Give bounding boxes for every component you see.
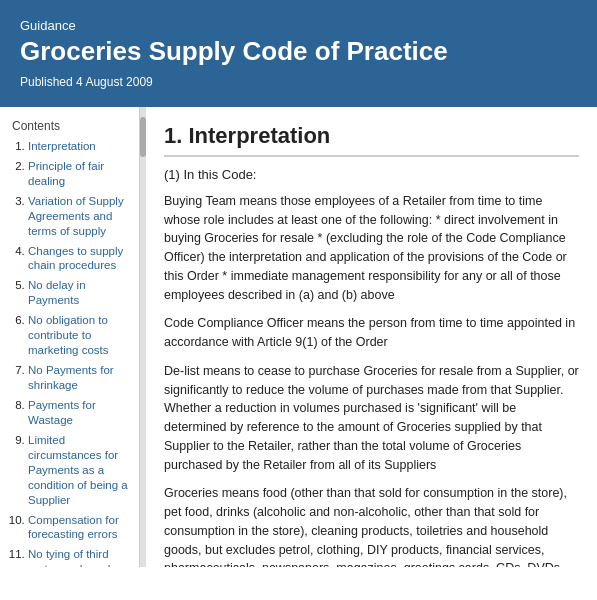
sidebar-item-link[interactable]: No tying of third party goods and servic… <box>28 548 110 567</box>
main-paragraphs: Buying Team means those employees of a R… <box>164 192 579 567</box>
section-paragraph: Code Compliance Officer means the person… <box>164 314 579 352</box>
sidebar-item-link[interactable]: Variation of Supply Agreements and terms… <box>28 195 124 237</box>
sidebar-item-link[interactable]: Changes to supply chain procedures <box>28 245 123 272</box>
sidebar-item[interactable]: Limited circumstances for Payments as a … <box>28 433 129 508</box>
section-paragraph: De-list means to cease to purchase Groce… <box>164 362 579 475</box>
body-layout: Contents InterpretationPrinciple of fair… <box>0 107 597 567</box>
sidebar-item[interactable]: Changes to supply chain procedures <box>28 244 129 274</box>
contents-label: Contents <box>12 119 129 133</box>
published-date: Published 4 August 2009 <box>20 75 577 89</box>
sidebar-item[interactable]: Compensation for forecasting errors <box>28 513 129 543</box>
sidebar-item-link[interactable]: No obligation to contribute to marketing… <box>28 314 109 356</box>
section-paragraph: Buying Team means those employees of a R… <box>164 192 579 305</box>
sidebar-item-link[interactable]: Limited circumstances for Payments as a … <box>28 434 128 506</box>
sidebar-item-link[interactable]: Payments for Wastage <box>28 399 96 426</box>
page-header: Guidance Groceries Supply Code of Practi… <box>0 0 597 107</box>
sidebar-item[interactable]: No obligation to contribute to marketing… <box>28 313 129 358</box>
sidebar-item-link[interactable]: Compensation for forecasting errors <box>28 514 119 541</box>
section-title: 1. Interpretation <box>164 123 579 157</box>
sidebar-nav: InterpretationPrinciple of fair dealingV… <box>12 139 129 567</box>
sidebar-item[interactable]: Principle of fair dealing <box>28 159 129 189</box>
section-intro: (1) In this Code: <box>164 167 579 182</box>
main-content: 1. Interpretation (1) In this Code: Buyi… <box>146 107 597 567</box>
section-heading: Interpretation <box>188 123 330 148</box>
sidebar-item-link[interactable]: Interpretation <box>28 140 96 152</box>
scrollbar[interactable] <box>140 107 146 567</box>
scroll-thumb[interactable] <box>140 117 146 157</box>
guidance-label: Guidance <box>20 18 577 33</box>
sidebar-item-link[interactable]: No Payments for shrinkage <box>28 364 114 391</box>
sidebar-item-link[interactable]: Principle of fair dealing <box>28 160 104 187</box>
page-title: Groceries Supply Code of Practice <box>20 37 577 67</box>
section-paragraph: Groceries means food (other than that so… <box>164 484 579 567</box>
sidebar-item[interactable]: No delay in Payments <box>28 278 129 308</box>
sidebar-item-link[interactable]: No delay in Payments <box>28 279 86 306</box>
sidebar-item[interactable]: No Payments for shrinkage <box>28 363 129 393</box>
sidebar-item[interactable]: Interpretation <box>28 139 129 154</box>
sidebar: Contents InterpretationPrinciple of fair… <box>0 107 140 567</box>
section-number: 1. <box>164 123 182 148</box>
sidebar-item[interactable]: Variation of Supply Agreements and terms… <box>28 194 129 239</box>
sidebar-item[interactable]: No tying of third party goods and servic… <box>28 547 129 567</box>
sidebar-item[interactable]: Payments for Wastage <box>28 398 129 428</box>
